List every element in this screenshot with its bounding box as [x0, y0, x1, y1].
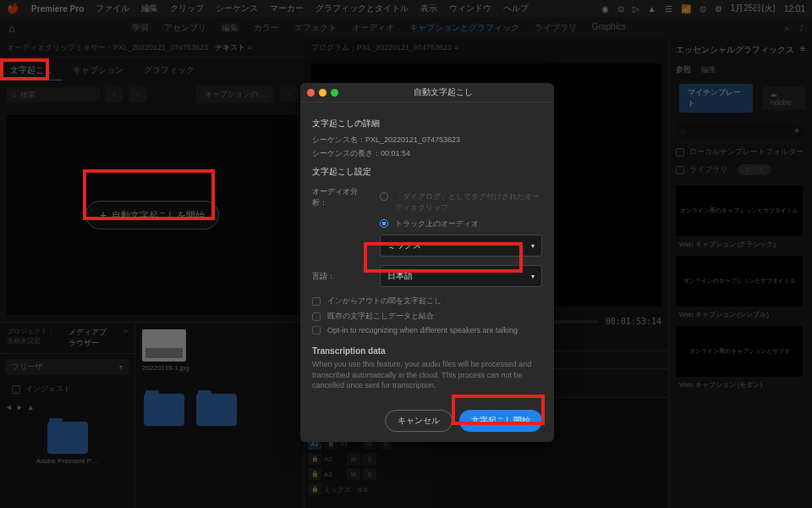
- template-name: Web キャプション (モダン): [676, 380, 805, 389]
- caption-dropdown[interactable]: キャプションの…: [196, 86, 274, 103]
- prev-button[interactable]: ‹: [105, 87, 123, 102]
- freezer-dropdown[interactable]: フリーザ▾: [5, 359, 129, 375]
- data-heading: Transcription data: [312, 346, 542, 356]
- tab-transcribe[interactable]: 文字起こし: [0, 61, 63, 80]
- media-thumb[interactable]: 20220118-1.jpg: [135, 323, 304, 378]
- radio-track-audio[interactable]: [380, 219, 388, 228]
- search-icon[interactable]: ⊙: [700, 4, 706, 14]
- library-checkbox[interactable]: [676, 166, 684, 174]
- eg-menu-icon[interactable]: ≡: [800, 44, 805, 56]
- export-icon[interactable]: ⤴: [799, 24, 804, 33]
- template-name: Web キャプション (クラシック): [676, 240, 805, 249]
- tab-color[interactable]: カラー: [254, 22, 279, 34]
- tab-effects[interactable]: エフェクト: [294, 22, 337, 34]
- status-icon: ☰: [665, 4, 672, 14]
- menubar-date[interactable]: 1月25日(火): [731, 3, 776, 14]
- close-icon[interactable]: [307, 89, 315, 97]
- program-header: プログラム：PXL_20220121_074753623 ≡: [304, 39, 668, 57]
- workspace-toolbar: ⌂ 学習 アセンブリ 編集 カラー エフェクト オーディオ キャプションとグラフ…: [0, 17, 812, 39]
- menu-sequence[interactable]: シーケンス: [216, 3, 258, 14]
- minimize-icon[interactable]: [319, 89, 326, 97]
- status-icon: ▷: [633, 4, 639, 14]
- sequence-name: シーケンス名：PXL_20220121_074753623: [312, 135, 542, 146]
- app-name: Premiere Pro: [31, 4, 84, 14]
- language-label: 言語：: [312, 271, 371, 282]
- tab-assembly[interactable]: アセンブリ: [164, 22, 206, 34]
- data-description: When you use this feature, your audio fi…: [312, 359, 542, 391]
- search-input[interactable]: [20, 91, 80, 99]
- home-icon[interactable]: ⌂: [8, 22, 15, 35]
- speakers-checkbox[interactable]: [312, 326, 321, 334]
- auto-transcribe-dialog: 自動文字起こし 文字起こしの詳細 シーケンス名：PXL_20220121_074…: [300, 83, 554, 442]
- template-thumb[interactable]: オンラインのキャプションとサブタイトル: [676, 256, 803, 306]
- start-transcription-button[interactable]: 文字起こし開始: [459, 410, 542, 432]
- wifi-icon: 📶: [681, 4, 691, 14]
- tab-edit[interactable]: 編集: [222, 22, 239, 34]
- back-icon[interactable]: ◄: [5, 403, 13, 411]
- tab-captions-graphics[interactable]: キャプションとグラフィック: [409, 22, 519, 34]
- menu-graphics[interactable]: グラフィックとタイトル: [315, 3, 409, 14]
- template-thumb[interactable]: オンライン用のキャプションとサブタイトル: [676, 185, 803, 236]
- adobe-stock-button[interactable]: ☁ Adobe: [763, 86, 805, 110]
- menu-view[interactable]: 表示: [420, 3, 437, 14]
- menu-help[interactable]: ヘルプ: [503, 3, 529, 14]
- media-folder[interactable]: [193, 384, 240, 436]
- project-tab[interactable]: プロジェクト：名称未設定: [0, 324, 62, 351]
- eg-tab-browse[interactable]: 参照: [676, 64, 691, 75]
- audio-analysis-label: オーディオ分析：: [312, 186, 371, 208]
- details-heading: 文字起こしの詳細: [312, 118, 542, 130]
- up-icon[interactable]: ▲: [27, 403, 35, 411]
- fwd-icon[interactable]: ►: [16, 403, 24, 411]
- menu-file[interactable]: ファイル: [96, 3, 129, 14]
- radio-tagged-clips[interactable]: [380, 192, 388, 201]
- folder-icon: [47, 422, 88, 454]
- tab-library[interactable]: ライブラリ: [535, 22, 577, 34]
- tab-graphic[interactable]: グラフィック: [134, 61, 205, 80]
- sequence-length: シーケンスの長さ：00:01:54: [312, 148, 542, 159]
- merge-checkbox[interactable]: [312, 312, 321, 321]
- overflow-icon[interactable]: »: [784, 24, 789, 33]
- dialog-title: 自動文字起こし: [338, 86, 547, 98]
- status-icon: ⊙: [617, 4, 624, 14]
- folder-item[interactable]: Adobe Premiere P…: [5, 411, 129, 475]
- favorite-icon[interactable]: ★: [793, 126, 800, 135]
- status-icon: ▲: [648, 4, 656, 14]
- start-transcribe-button[interactable]: 自動文字起こしを開始: [85, 201, 219, 229]
- settings-heading: 文字起こし設定: [312, 166, 542, 178]
- menubar-time[interactable]: 12:01: [784, 4, 805, 14]
- search-icon: ⌕: [681, 126, 685, 135]
- media-folder[interactable]: [140, 384, 188, 436]
- eg-tab-edit[interactable]: 編集: [701, 64, 716, 75]
- tab-caption[interactable]: キャプション: [63, 61, 134, 80]
- mac-menubar: 🍎 Premiere Pro ファイル 編集 クリップ シーケンス マーカー グ…: [0, 0, 812, 17]
- ingest-checkbox[interactable]: [12, 385, 20, 394]
- eg-title: エッセンシャルグラフィックス: [676, 44, 794, 56]
- template-name: Web キャプション (シンプル): [676, 310, 805, 319]
- menu-marker[interactable]: マーカー: [270, 3, 304, 14]
- apple-icon: 🍎: [7, 3, 19, 14]
- menu-clip[interactable]: クリップ: [170, 3, 204, 14]
- language-select[interactable]: 日本語▾: [380, 265, 542, 287]
- menu-edit[interactable]: 編集: [141, 3, 158, 14]
- cancel-button[interactable]: キャンセル: [385, 410, 453, 432]
- mixer-header: オーディオクリップミキサー：PXL_20220121_074753623 テキス…: [0, 39, 304, 58]
- tab-audio[interactable]: オーディオ: [352, 22, 394, 34]
- control-center-icon[interactable]: ⚙: [715, 4, 722, 14]
- next-button[interactable]: ›: [129, 87, 147, 102]
- media-browser-tab[interactable]: メディアブラウザー: [62, 324, 117, 351]
- tab-graphics[interactable]: Graphics: [592, 22, 626, 34]
- my-templates-button[interactable]: マイテンプレート: [679, 84, 753, 113]
- in-out-checkbox[interactable]: [312, 297, 321, 306]
- menu-window[interactable]: ウィンドウ: [449, 3, 491, 14]
- tab-learn[interactable]: 学習: [132, 22, 149, 34]
- more-button[interactable]: ⋯: [279, 87, 298, 102]
- local-folder-checkbox[interactable]: [676, 148, 684, 157]
- text-search[interactable]: ⌕: [7, 87, 100, 102]
- eg-search[interactable]: ⌕★: [676, 123, 805, 138]
- mix-select[interactable]: ミックス▾: [380, 235, 542, 257]
- zoom-icon[interactable]: [331, 89, 338, 97]
- template-thumb[interactable]: オンライン用のキャプションとサブタ: [676, 326, 803, 377]
- status-icon: ◉: [601, 4, 609, 14]
- duration: 00:01:53:14: [606, 317, 661, 326]
- folder-icon: [196, 394, 237, 426]
